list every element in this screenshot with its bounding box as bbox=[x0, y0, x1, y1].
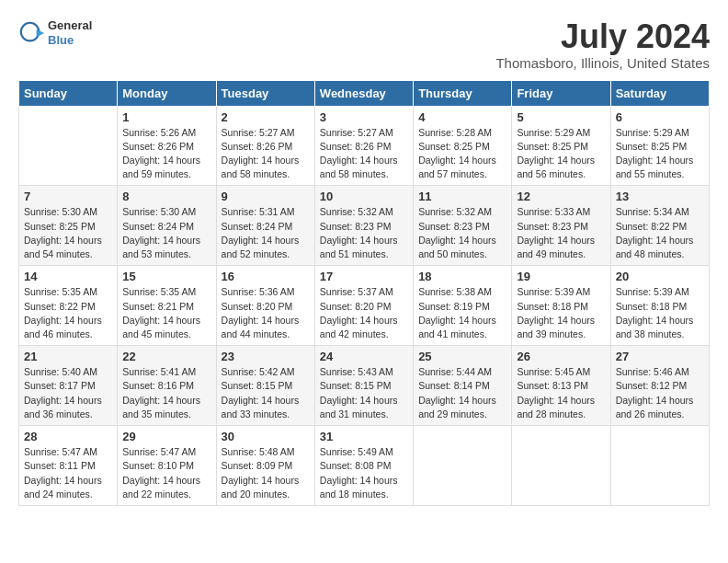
week-row-1: 1Sunrise: 5:26 AM Sunset: 8:26 PM Daylig… bbox=[19, 106, 710, 186]
day-info: Sunrise: 5:45 AM Sunset: 8:13 PM Dayligh… bbox=[517, 365, 605, 421]
day-info: Sunrise: 5:37 AM Sunset: 8:20 PM Dayligh… bbox=[320, 285, 408, 341]
empty-cell bbox=[414, 426, 512, 506]
day-cell-4: 4Sunrise: 5:28 AM Sunset: 8:25 PM Daylig… bbox=[414, 106, 512, 186]
day-cell-27: 27Sunrise: 5:46 AM Sunset: 8:12 PM Dayli… bbox=[610, 346, 709, 426]
empty-cell bbox=[512, 426, 610, 506]
day-cell-10: 10Sunrise: 5:32 AM Sunset: 8:23 PM Dayli… bbox=[314, 186, 413, 266]
day-number: 23 bbox=[222, 350, 310, 363]
empty-cell bbox=[19, 106, 118, 186]
day-info: Sunrise: 5:46 AM Sunset: 8:12 PM Dayligh… bbox=[616, 365, 704, 421]
day-number: 28 bbox=[24, 430, 112, 443]
day-info: Sunrise: 5:27 AM Sunset: 8:26 PM Dayligh… bbox=[320, 126, 408, 182]
day-cell-11: 11Sunrise: 5:32 AM Sunset: 8:23 PM Dayli… bbox=[414, 186, 512, 266]
day-info: Sunrise: 5:26 AM Sunset: 8:26 PM Dayligh… bbox=[122, 126, 210, 182]
weekday-header-row: SundayMondayTuesdayWednesdayThursdayFrid… bbox=[19, 80, 710, 106]
day-info: Sunrise: 5:29 AM Sunset: 8:25 PM Dayligh… bbox=[517, 126, 605, 182]
day-number: 10 bbox=[320, 190, 408, 203]
day-cell-15: 15Sunrise: 5:35 AM Sunset: 8:21 PM Dayli… bbox=[118, 266, 216, 346]
day-number: 26 bbox=[517, 350, 605, 363]
day-number: 6 bbox=[616, 110, 704, 124]
week-row-5: 28Sunrise: 5:47 AM Sunset: 8:11 PM Dayli… bbox=[19, 426, 710, 506]
day-number: 13 bbox=[616, 190, 704, 203]
weekday-header-friday: Friday bbox=[512, 80, 610, 106]
day-number: 1 bbox=[122, 110, 210, 124]
day-cell-6: 6Sunrise: 5:29 AM Sunset: 8:25 PM Daylig… bbox=[610, 106, 709, 186]
day-info: Sunrise: 5:42 AM Sunset: 8:15 PM Dayligh… bbox=[222, 365, 310, 421]
day-info: Sunrise: 5:30 AM Sunset: 8:24 PM Dayligh… bbox=[122, 205, 210, 261]
day-number: 5 bbox=[517, 110, 605, 124]
day-cell-26: 26Sunrise: 5:45 AM Sunset: 8:13 PM Dayli… bbox=[512, 346, 610, 426]
day-info: Sunrise: 5:30 AM Sunset: 8:25 PM Dayligh… bbox=[24, 205, 112, 261]
day-info: Sunrise: 5:32 AM Sunset: 8:23 PM Dayligh… bbox=[418, 205, 506, 261]
logo: General Blue bbox=[18, 18, 92, 47]
day-number: 12 bbox=[517, 190, 605, 203]
day-number: 31 bbox=[320, 430, 408, 443]
weekday-header-tuesday: Tuesday bbox=[216, 80, 314, 106]
day-info: Sunrise: 5:29 AM Sunset: 8:25 PM Dayligh… bbox=[616, 126, 704, 182]
empty-cell bbox=[610, 426, 709, 506]
day-number: 20 bbox=[616, 270, 704, 283]
day-cell-17: 17Sunrise: 5:37 AM Sunset: 8:20 PM Dayli… bbox=[314, 266, 413, 346]
day-number: 21 bbox=[24, 350, 112, 363]
day-info: Sunrise: 5:47 AM Sunset: 8:10 PM Dayligh… bbox=[122, 445, 210, 501]
day-number: 14 bbox=[24, 270, 112, 283]
day-cell-8: 8Sunrise: 5:30 AM Sunset: 8:24 PM Daylig… bbox=[118, 186, 216, 266]
day-cell-28: 28Sunrise: 5:47 AM Sunset: 8:11 PM Dayli… bbox=[19, 426, 118, 506]
day-number: 27 bbox=[616, 350, 704, 363]
day-number: 3 bbox=[320, 110, 408, 124]
day-info: Sunrise: 5:38 AM Sunset: 8:19 PM Dayligh… bbox=[418, 285, 506, 341]
day-cell-13: 13Sunrise: 5:34 AM Sunset: 8:22 PM Dayli… bbox=[610, 186, 709, 266]
day-info: Sunrise: 5:33 AM Sunset: 8:23 PM Dayligh… bbox=[517, 205, 605, 261]
day-cell-20: 20Sunrise: 5:39 AM Sunset: 8:18 PM Dayli… bbox=[610, 266, 709, 346]
day-info: Sunrise: 5:34 AM Sunset: 8:22 PM Dayligh… bbox=[616, 205, 704, 261]
day-info: Sunrise: 5:47 AM Sunset: 8:11 PM Dayligh… bbox=[24, 445, 112, 501]
day-cell-29: 29Sunrise: 5:47 AM Sunset: 8:10 PM Dayli… bbox=[118, 426, 216, 506]
day-number: 7 bbox=[24, 190, 112, 203]
day-cell-25: 25Sunrise: 5:44 AM Sunset: 8:14 PM Dayli… bbox=[414, 346, 512, 426]
day-info: Sunrise: 5:31 AM Sunset: 8:24 PM Dayligh… bbox=[222, 205, 310, 261]
day-number: 8 bbox=[122, 190, 210, 203]
day-info: Sunrise: 5:41 AM Sunset: 8:16 PM Dayligh… bbox=[122, 365, 210, 421]
day-cell-23: 23Sunrise: 5:42 AM Sunset: 8:15 PM Dayli… bbox=[216, 346, 314, 426]
weekday-header-monday: Monday bbox=[118, 80, 216, 106]
day-cell-22: 22Sunrise: 5:41 AM Sunset: 8:16 PM Dayli… bbox=[118, 346, 216, 426]
main-title: July 2024 bbox=[495, 18, 710, 55]
day-info: Sunrise: 5:40 AM Sunset: 8:17 PM Dayligh… bbox=[24, 365, 112, 421]
day-cell-16: 16Sunrise: 5:36 AM Sunset: 8:20 PM Dayli… bbox=[216, 266, 314, 346]
day-cell-30: 30Sunrise: 5:48 AM Sunset: 8:09 PM Dayli… bbox=[216, 426, 314, 506]
day-number: 9 bbox=[222, 190, 310, 203]
day-cell-19: 19Sunrise: 5:39 AM Sunset: 8:18 PM Dayli… bbox=[512, 266, 610, 346]
day-cell-9: 9Sunrise: 5:31 AM Sunset: 8:24 PM Daylig… bbox=[216, 186, 314, 266]
day-number: 19 bbox=[517, 270, 605, 283]
day-number: 17 bbox=[320, 270, 408, 283]
day-cell-5: 5Sunrise: 5:29 AM Sunset: 8:25 PM Daylig… bbox=[512, 106, 610, 186]
day-cell-12: 12Sunrise: 5:33 AM Sunset: 8:23 PM Dayli… bbox=[512, 186, 610, 266]
day-info: Sunrise: 5:32 AM Sunset: 8:23 PM Dayligh… bbox=[320, 205, 408, 261]
day-cell-7: 7Sunrise: 5:30 AM Sunset: 8:25 PM Daylig… bbox=[19, 186, 118, 266]
day-info: Sunrise: 5:39 AM Sunset: 8:18 PM Dayligh… bbox=[616, 285, 704, 341]
day-number: 25 bbox=[418, 350, 506, 363]
day-number: 29 bbox=[122, 430, 210, 443]
day-number: 22 bbox=[122, 350, 210, 363]
day-info: Sunrise: 5:35 AM Sunset: 8:22 PM Dayligh… bbox=[24, 285, 112, 341]
day-cell-14: 14Sunrise: 5:35 AM Sunset: 8:22 PM Dayli… bbox=[19, 266, 118, 346]
day-cell-31: 31Sunrise: 5:49 AM Sunset: 8:08 PM Dayli… bbox=[314, 426, 413, 506]
svg-point-0 bbox=[21, 22, 40, 40]
logo-line1: General bbox=[48, 18, 92, 33]
subtitle: Thomasboro, Illinois, United States bbox=[495, 55, 710, 71]
week-row-4: 21Sunrise: 5:40 AM Sunset: 8:17 PM Dayli… bbox=[19, 346, 710, 426]
day-number: 11 bbox=[418, 190, 506, 203]
day-number: 30 bbox=[222, 430, 310, 443]
logo-icon bbox=[18, 20, 44, 46]
day-cell-2: 2Sunrise: 5:27 AM Sunset: 8:26 PM Daylig… bbox=[216, 106, 314, 186]
day-number: 15 bbox=[122, 270, 210, 283]
day-info: Sunrise: 5:39 AM Sunset: 8:18 PM Dayligh… bbox=[517, 285, 605, 341]
day-info: Sunrise: 5:36 AM Sunset: 8:20 PM Dayligh… bbox=[222, 285, 310, 341]
day-cell-18: 18Sunrise: 5:38 AM Sunset: 8:19 PM Dayli… bbox=[414, 266, 512, 346]
page-header: General Blue July 2024 Thomasboro, Illin… bbox=[18, 18, 710, 71]
day-number: 4 bbox=[418, 110, 506, 124]
day-info: Sunrise: 5:44 AM Sunset: 8:14 PM Dayligh… bbox=[418, 365, 506, 421]
day-number: 16 bbox=[222, 270, 310, 283]
day-info: Sunrise: 5:49 AM Sunset: 8:08 PM Dayligh… bbox=[320, 445, 408, 501]
day-cell-24: 24Sunrise: 5:43 AM Sunset: 8:15 PM Dayli… bbox=[314, 346, 413, 426]
